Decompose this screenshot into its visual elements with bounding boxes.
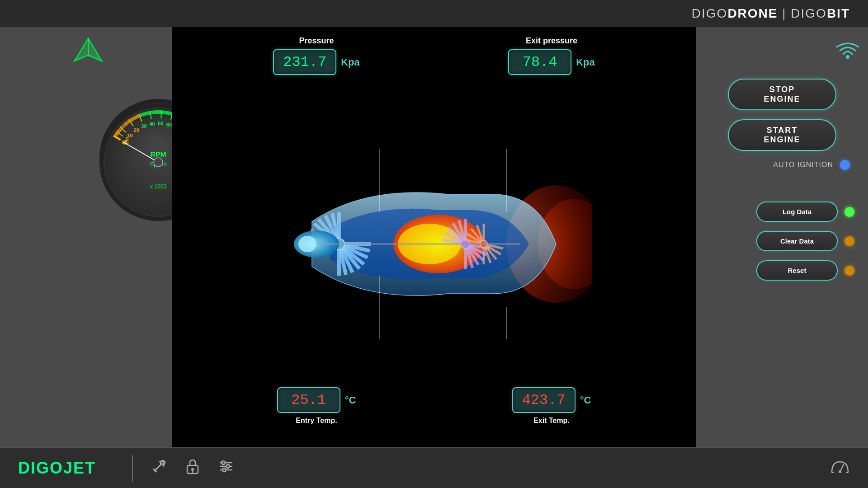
entry-temp-group: 25.1 °C Entry Temp.	[277, 387, 356, 425]
svg-point-51	[222, 468, 226, 472]
exit-pressure-group: Exit pressure 78.4 Kpa	[508, 36, 595, 75]
clear-data-row: Clear Data	[756, 231, 854, 251]
entry-temp-value-row: 25.1 °C	[277, 387, 356, 413]
speedometer-icon[interactable]	[830, 458, 850, 478]
auto-ignition-indicator[interactable]	[840, 160, 850, 170]
stop-engine-button[interactable]: STOP ENGINE	[728, 79, 836, 110]
start-engine-label: START ENGINE	[764, 126, 800, 145]
exit-pressure-display: 78.4	[508, 49, 571, 75]
svg-point-50	[226, 465, 230, 468]
log-data-row: Log Data	[756, 202, 854, 222]
engine-visualization	[276, 149, 592, 352]
pressure-group: Pressure 231.7 Kpa	[273, 36, 360, 75]
auto-ignition-label: AUTO IGNITION	[773, 161, 833, 169]
pressure-value-row: 231.7 Kpa	[273, 49, 360, 75]
exit-temp-unit: °C	[580, 394, 591, 406]
lock-icon[interactable]	[185, 458, 200, 478]
top-bar: DIGODRONE | DIGOBIT	[0, 0, 868, 27]
clear-data-label: Clear Data	[780, 237, 814, 245]
auto-ignition-row: AUTO IGNITION	[773, 160, 850, 170]
sliders-icon[interactable]	[218, 458, 234, 478]
svg-point-37	[846, 55, 849, 59]
log-data-indicator	[844, 207, 854, 217]
reset-button[interactable]: Reset	[756, 260, 838, 281]
drone-logo	[70, 36, 106, 70]
svg-point-53	[839, 470, 841, 473]
log-data-button[interactable]: Log Data	[756, 202, 838, 222]
left-panel	[0, 27, 172, 447]
bottom-bar: DIGOJET	[0, 447, 868, 488]
entry-temp-unit: °C	[345, 394, 356, 406]
pressure-display: 231.7	[273, 49, 336, 75]
pressure-unit: Kpa	[341, 56, 360, 68]
clear-data-indicator	[844, 236, 854, 246]
pressure-row: Pressure 231.7 Kpa Exit pressure 78.4 Kp…	[172, 36, 696, 75]
pressure-label: Pressure	[299, 36, 334, 46]
entry-temp-label: Entry Temp.	[296, 417, 337, 425]
exit-temp-display: 423.7	[512, 387, 576, 413]
wifi-icon	[836, 41, 859, 65]
bottom-icons	[151, 458, 234, 478]
exit-pressure-unit: Kpa	[576, 56, 595, 68]
exit-temp-group: 423.7 °C Exit Temp.	[512, 387, 591, 425]
exit-temp-label: Exit Temp.	[533, 417, 570, 425]
tools-icon[interactable]	[151, 458, 167, 478]
svg-point-30	[298, 236, 316, 252]
entry-temp-display: 25.1	[277, 387, 340, 413]
exit-temp-value-row: 423.7 °C	[512, 387, 591, 413]
temp-row: 25.1 °C Entry Temp. 423.7 °C Exit Temp.	[172, 387, 696, 425]
right-panel: STOP ENGINE START ENGINE AUTO IGNITION L…	[696, 27, 868, 447]
right-bottom-icons	[830, 458, 850, 478]
reset-indicator	[844, 266, 854, 276]
svg-point-44	[191, 468, 194, 471]
main-content: Pressure 231.7 Kpa Exit pressure 78.4 Kp…	[0, 27, 868, 447]
bottom-logo: DIGOJET	[18, 459, 96, 478]
exit-pressure-label: Exit pressure	[526, 36, 577, 46]
svg-point-49	[222, 461, 225, 465]
start-engine-button[interactable]: START ENGINE	[728, 119, 836, 151]
center-panel: Pressure 231.7 Kpa Exit pressure 78.4 Kp…	[172, 27, 696, 447]
bottom-divider	[132, 455, 133, 482]
exit-pressure-value-row: 78.4 Kpa	[508, 49, 595, 75]
app-title: DIGODRONE | DIGOBIT	[692, 6, 850, 21]
clear-data-button[interactable]: Clear Data	[756, 231, 838, 251]
reset-row: Reset	[756, 260, 854, 281]
svg-point-39	[160, 460, 165, 465]
reset-label: Reset	[788, 267, 807, 274]
stop-engine-label: STOP ENGINE	[764, 85, 800, 104]
log-data-label: Log Data	[783, 208, 811, 216]
